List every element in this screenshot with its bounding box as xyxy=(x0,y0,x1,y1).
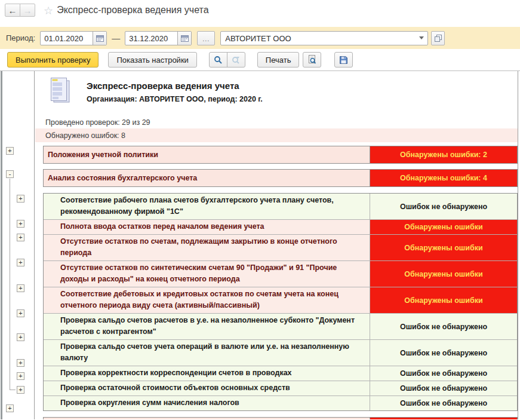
check-name[interactable]: Проверка остаточной стоимости объектов о… xyxy=(44,381,370,396)
check-name[interactable]: Соответствие рабочего плана счетов бухга… xyxy=(44,194,370,219)
expander-check-4[interactable]: + xyxy=(17,259,24,266)
print-button[interactable]: Печать xyxy=(257,52,300,68)
check-name[interactable]: Проверка сальдо счетов учета операций в … xyxy=(44,340,370,366)
period-variants-button[interactable]: ... xyxy=(197,31,215,45)
date-from-calendar-button[interactable] xyxy=(93,32,106,45)
section-name[interactable]: Положения учетной политики xyxy=(44,146,370,163)
errors-found-row: Обнаружено ошибок: 8 xyxy=(35,128,518,142)
date-to-calendar-button[interactable] xyxy=(177,32,191,45)
check-status[interactable]: Ошибок не обнаружено xyxy=(370,366,517,381)
check-row[interactable]: Соответствие рабочего плана счетов бухга… xyxy=(44,194,517,220)
check-name[interactable]: Соответствие дебетовых и кредитовых оста… xyxy=(44,287,370,313)
check-name[interactable]: Полнота ввода остатков перед началом вед… xyxy=(44,220,370,234)
open-value-icon xyxy=(435,35,442,42)
section-status-badge[interactable]: Обнаружены ошибки: 2 xyxy=(370,146,517,163)
section-row-cash[interactable]: Операции по кассе Обнаружены ошибки: 2 xyxy=(43,417,518,419)
check-row[interactable]: Отсутствие остатков по счетам, подлежащи… xyxy=(44,235,517,261)
section-name[interactable]: Операции по кассе xyxy=(44,418,370,419)
check-row[interactable]: Проверка остаточной стоимости объектов о… xyxy=(44,381,517,396)
check-status[interactable]: Ошибок не обнаружено xyxy=(370,340,517,366)
check-row[interactable]: Проверка сальдо счетов учета операций в … xyxy=(44,340,517,366)
report-header-titles: Экспресс-проверка ведения учета Организа… xyxy=(87,77,263,117)
expander-check-8[interactable]: + xyxy=(17,359,24,367)
report-document-icon xyxy=(48,77,72,106)
print-preview-button[interactable] xyxy=(303,52,321,68)
check-status[interactable]: Ошибок не обнаружено xyxy=(370,396,517,410)
check-status[interactable]: Обнаружены ошибки xyxy=(370,235,517,260)
checks-done-row: Проведено проверок: 29 из 29 xyxy=(35,117,518,128)
check-row[interactable]: Отсутствие остатков по синтетическим сче… xyxy=(44,261,517,287)
search-icon xyxy=(214,56,223,65)
expander-check-5[interactable]: + xyxy=(17,284,24,292)
section-status-badge[interactable]: Обнаружены ошибки: 2 xyxy=(370,418,517,419)
check-name[interactable]: Отсутствие остатков по синтетическим сче… xyxy=(44,261,370,287)
check-row[interactable]: Проверка сальдо счетов расчетов в у.е. н… xyxy=(44,314,517,340)
expander-check-6[interactable]: + xyxy=(17,309,24,317)
date-from-value[interactable]: 01.01.2020 xyxy=(41,32,93,45)
tree-connector-elbow xyxy=(10,390,16,390)
check-row[interactable]: Проверка округления сумм начисления нало… xyxy=(44,396,517,410)
filter-toolbar: Период: 01.01.2020 — 31.12.2020 .. xyxy=(0,27,520,49)
calendar-icon xyxy=(181,35,189,42)
expander-check-2[interactable]: + xyxy=(17,220,24,228)
chevron-down-icon xyxy=(419,36,424,39)
check-row[interactable]: Соответствие дебетовых и кредитовых оста… xyxy=(44,287,517,314)
back-arrow-icon: ← xyxy=(8,6,17,15)
check-status[interactable]: Обнаружены ошибки xyxy=(370,220,517,234)
checks-table: Соответствие рабочего плана счетов бухга… xyxy=(43,193,518,411)
date-to-field[interactable]: 31.12.2020 xyxy=(125,31,192,45)
grouping-gutter: + - + + + + + + + + + + + xyxy=(0,71,35,419)
date-from-field[interactable]: 01.01.2020 xyxy=(40,31,107,45)
command-bar: Выполнить проверку Показать настройки Пе… xyxy=(0,49,520,70)
check-status[interactable]: Обнаружены ошибки xyxy=(370,261,517,287)
expander-check-10[interactable]: + xyxy=(17,386,24,394)
check-row[interactable]: Полнота ввода остатков перед началом вед… xyxy=(44,220,517,235)
expander-cash-section[interactable]: + xyxy=(6,404,14,412)
expander-check-7[interactable]: + xyxy=(17,333,24,341)
section-name[interactable]: Анализ состояния бухгалтерского учета xyxy=(44,170,370,186)
forward-button[interactable]: → xyxy=(20,4,35,17)
section-row-analysis[interactable]: Анализ состояния бухгалтерского учета Об… xyxy=(43,169,518,187)
report-panel: + - + + + + + + + + + + + Экспресс xyxy=(0,70,520,419)
organization-value[interactable]: АВТОРИТЕТ ООО xyxy=(221,32,416,45)
window-titlebar: ← → ☆ Экспресс-проверка ведения учета xyxy=(0,0,520,27)
open-organization-button[interactable] xyxy=(431,31,445,45)
section-status-badge[interactable]: Обнаружены ошибки: 4 xyxy=(370,170,517,186)
root-group-bar xyxy=(1,71,2,419)
check-status[interactable]: Ошибок не обнаружено xyxy=(370,381,517,396)
combo-dropdown-button[interactable] xyxy=(416,32,427,45)
print-preview-icon xyxy=(307,55,317,65)
check-row[interactable]: Проверка корректности корреспонденции сч… xyxy=(44,366,517,381)
report-body: Экспресс-проверка ведения учета Организа… xyxy=(35,71,518,419)
report-header: Экспресс-проверка ведения учета Организа… xyxy=(35,75,518,117)
check-status[interactable]: Обнаружены ошибки xyxy=(370,287,517,313)
check-status[interactable]: Ошибок не обнаружено xyxy=(370,194,517,219)
favorite-star-icon[interactable]: ☆ xyxy=(44,4,53,17)
period-dash: — xyxy=(112,33,120,43)
check-name[interactable]: Отсутствие остатков по счетам, подлежащи… xyxy=(44,235,370,260)
check-name[interactable]: Проверка корректности корреспонденции сч… xyxy=(44,366,370,381)
nav-buttons: ← → xyxy=(5,4,35,17)
save-icon xyxy=(339,56,348,65)
check-name[interactable]: Проверка округления сумм начисления нало… xyxy=(44,396,370,410)
expander-check-9[interactable]: + xyxy=(17,372,24,380)
back-button[interactable]: ← xyxy=(5,4,20,17)
report-title: Экспресс-проверка ведения учета xyxy=(87,81,263,91)
expander-policy-section[interactable]: + xyxy=(6,147,14,155)
run-check-button[interactable]: Выполнить проверку xyxy=(7,52,99,68)
date-to-value[interactable]: 31.12.2020 xyxy=(125,32,177,45)
search-button[interactable] xyxy=(209,52,227,68)
tree-connector-line xyxy=(10,179,10,390)
expander-check-3[interactable]: + xyxy=(17,234,24,241)
collapser-analysis-section[interactable]: - xyxy=(6,170,14,178)
expander-check-1[interactable]: + xyxy=(17,195,24,203)
check-name[interactable]: Проверка сальдо счетов расчетов в у.е. н… xyxy=(44,314,370,339)
save-button[interactable] xyxy=(334,52,353,68)
search-next-button[interactable] xyxy=(227,52,245,68)
calendar-icon xyxy=(96,35,104,42)
organization-combo[interactable]: АВТОРИТЕТ ООО xyxy=(220,31,428,45)
check-status[interactable]: Ошибок не обнаружено xyxy=(370,314,517,339)
period-label: Период: xyxy=(6,33,35,42)
section-row-policy[interactable]: Положения учетной политики Обнаружены ош… xyxy=(43,146,518,164)
show-settings-button[interactable]: Показать настройки xyxy=(108,52,196,68)
